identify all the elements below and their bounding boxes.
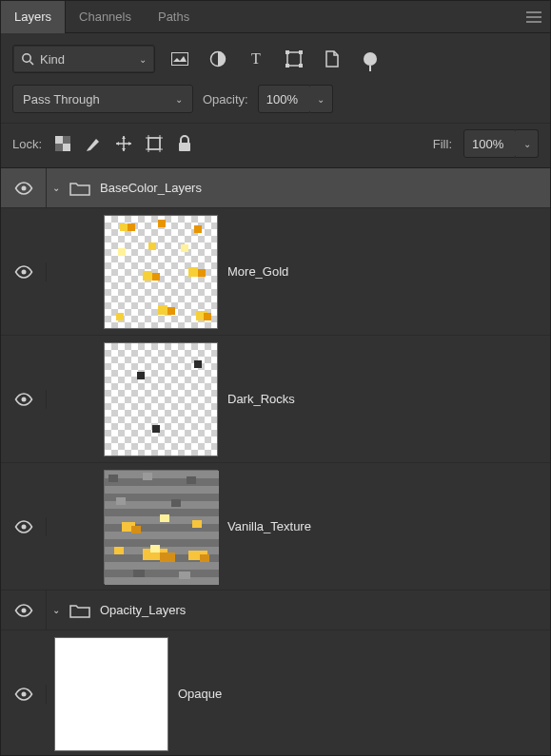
group-name: BaseColor_Layers bbox=[100, 181, 202, 195]
opacity-value: 100% bbox=[266, 92, 298, 107]
filter-pixel-icon[interactable] bbox=[170, 49, 189, 68]
svg-rect-19 bbox=[179, 143, 190, 151]
layer-name: More_Gold bbox=[227, 264, 288, 279]
filter-smartobject-icon[interactable] bbox=[323, 49, 342, 68]
lock-pixels-icon[interactable] bbox=[84, 134, 103, 153]
filter-shape-icon[interactable] bbox=[285, 49, 304, 68]
filter-toggle-icon[interactable] bbox=[361, 49, 380, 68]
layer-name: Vanilla_Texture bbox=[227, 519, 311, 533]
layer-row-vanilla-texture[interactable]: Vanilla_Texture bbox=[1, 463, 550, 591]
svg-point-24 bbox=[21, 608, 26, 612]
svg-rect-14 bbox=[148, 138, 160, 149]
fill-value: 100% bbox=[472, 137, 503, 151]
svg-rect-10 bbox=[55, 136, 63, 144]
visibility-toggle[interactable] bbox=[14, 390, 33, 409]
filter-adjustment-icon[interactable] bbox=[208, 49, 227, 68]
lock-position-icon[interactable] bbox=[114, 134, 133, 153]
lock-transparency-icon[interactable] bbox=[53, 134, 72, 153]
disclosure-triangle-icon[interactable]: ⌄ bbox=[52, 183, 60, 193]
blend-mode-select[interactable]: Pass Through ⌄ bbox=[12, 85, 193, 113]
layer-thumbnail bbox=[104, 342, 218, 456]
layer-group-opacity[interactable]: ⌄ Opacity_Layers bbox=[1, 591, 550, 630]
panel-menu-icon[interactable] bbox=[518, 1, 550, 33]
fill-label: Fill: bbox=[433, 137, 452, 151]
layer-thumbnail bbox=[54, 637, 168, 751]
blend-mode-value: Pass Through bbox=[23, 92, 100, 107]
visibility-toggle[interactable] bbox=[14, 517, 33, 536]
svg-point-22 bbox=[21, 397, 26, 401]
svg-rect-11 bbox=[63, 144, 70, 151]
layer-thumbnail bbox=[104, 470, 218, 584]
layer-filter-bar: Kind ⌄ T bbox=[1, 33, 550, 85]
opacity-input[interactable]: 100% bbox=[258, 85, 311, 113]
tab-layers[interactable]: Layers bbox=[1, 1, 66, 33]
layer-row-opaque[interactable]: Opaque bbox=[1, 630, 550, 755]
lock-label: Lock: bbox=[12, 137, 42, 151]
folder-icon bbox=[69, 181, 90, 196]
svg-point-25 bbox=[21, 691, 26, 696]
filter-type-icon[interactable]: T bbox=[246, 49, 266, 68]
disclosure-triangle-icon[interactable]: ⌄ bbox=[52, 605, 60, 615]
visibility-toggle[interactable] bbox=[14, 601, 33, 620]
svg-line-1 bbox=[30, 62, 34, 66]
tab-paths[interactable]: Paths bbox=[145, 1, 203, 33]
svg-rect-7 bbox=[299, 50, 303, 54]
svg-point-20 bbox=[21, 185, 26, 190]
layer-name: Opaque bbox=[178, 687, 222, 701]
chevron-down-icon: ⌄ bbox=[139, 54, 147, 65]
visibility-toggle[interactable] bbox=[14, 179, 33, 198]
layer-group-basecolor[interactable]: ⌄ BaseColor_Layers bbox=[1, 168, 550, 208]
svg-point-0 bbox=[23, 54, 30, 62]
opacity-dropdown-arrow[interactable]: ⌄ bbox=[310, 85, 333, 113]
visibility-toggle[interactable] bbox=[14, 685, 33, 704]
layer-list: ⌄ BaseColor_Layers bbox=[1, 168, 550, 755]
panel-tabs: Layers Channels Paths bbox=[1, 1, 550, 33]
folder-icon bbox=[69, 603, 90, 618]
search-icon bbox=[21, 52, 34, 66]
svg-point-21 bbox=[21, 269, 26, 274]
layer-row-more-gold[interactable]: More_Gold bbox=[1, 208, 550, 336]
blend-opacity-bar: Pass Through ⌄ Opacity: 100% ⌄ bbox=[1, 85, 550, 123]
svg-rect-13 bbox=[55, 144, 63, 151]
group-name: Opacity_Layers bbox=[100, 603, 186, 617]
svg-point-23 bbox=[21, 524, 26, 529]
fill-dropdown-arrow[interactable]: ⌄ bbox=[516, 129, 539, 158]
filter-kind-select[interactable]: Kind ⌄ bbox=[12, 45, 155, 73]
lock-all-icon[interactable] bbox=[175, 134, 194, 153]
layer-row-dark-rocks[interactable]: Dark_Rocks bbox=[1, 336, 550, 463]
visibility-toggle[interactable] bbox=[14, 262, 33, 281]
opacity-label: Opacity: bbox=[203, 92, 248, 107]
svg-rect-5 bbox=[287, 52, 301, 66]
layer-thumbnail bbox=[104, 215, 218, 329]
svg-rect-12 bbox=[63, 136, 70, 144]
layer-name: Dark_Rocks bbox=[227, 392, 295, 406]
svg-text:T: T bbox=[251, 51, 261, 67]
chevron-down-icon: ⌄ bbox=[175, 94, 183, 105]
svg-rect-9 bbox=[299, 64, 303, 68]
svg-rect-8 bbox=[285, 64, 289, 68]
lock-fill-bar: Lock: Fill: 100% ⌄ bbox=[1, 123, 550, 168]
tab-channels[interactable]: Channels bbox=[66, 1, 145, 33]
lock-artboard-icon[interactable] bbox=[145, 134, 164, 153]
fill-input[interactable]: 100% bbox=[463, 129, 517, 158]
filter-kind-label: Kind bbox=[40, 52, 65, 67]
svg-rect-6 bbox=[285, 50, 289, 54]
svg-rect-2 bbox=[172, 53, 188, 66]
